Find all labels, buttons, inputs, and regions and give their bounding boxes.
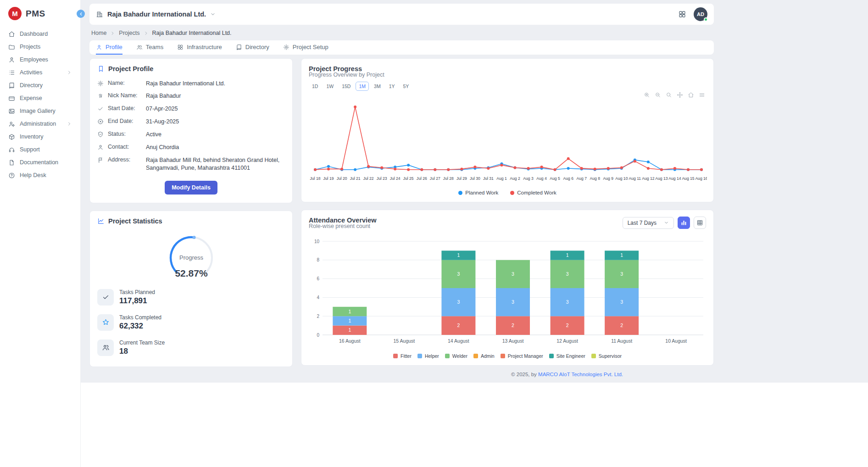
svg-text:Aug 5: Aug 5 <box>550 176 560 181</box>
box-icon <box>8 133 15 140</box>
field-value: Raja Bahadur Mill Rd, behind Sheraton Gr… <box>146 156 285 172</box>
legend-swatch <box>501 354 505 358</box>
range-1y[interactable]: 1Y <box>386 82 398 91</box>
pan-icon[interactable] <box>677 92 683 98</box>
search-icon[interactable] <box>666 92 672 98</box>
tab-label: Profile <box>106 44 122 50</box>
range-1w[interactable]: 1W <box>323 82 337 91</box>
stat-tasks-completed: Tasks Completed62,332 <box>97 310 285 335</box>
chart-view-button[interactable] <box>678 217 690 229</box>
logo-icon: M <box>8 7 22 20</box>
sidebar-item-image-gallery[interactable]: Image Gallery <box>0 105 80 117</box>
field-label: Contact: <box>108 144 142 150</box>
range-15d[interactable]: 15D <box>339 82 354 91</box>
user-icon <box>96 44 102 50</box>
legend-item-site-engineer[interactable]: Site Engineer <box>549 353 585 359</box>
sidebar-item-label: Image Gallery <box>20 108 56 114</box>
modify-details-button[interactable]: Modify Details <box>165 181 217 195</box>
sidebar-item-employees[interactable]: Employees <box>0 53 80 66</box>
xcircle-icon <box>97 118 104 125</box>
attendance-chart[interactable]: 024681016 August11115 August14 August233… <box>309 236 707 350</box>
tab-teams[interactable]: Teams <box>136 40 163 55</box>
legend-item-planned-work[interactable]: Planned Work <box>458 190 498 195</box>
bookmark-icon <box>97 65 105 72</box>
stat-text: Current Team Size18 <box>119 339 165 356</box>
users-icon <box>136 44 143 50</box>
legend-item-fitter[interactable]: Fitter <box>393 353 412 359</box>
sidebar-item-documentation[interactable]: Documentation <box>0 156 80 169</box>
svg-text:Aug 1: Aug 1 <box>496 176 507 181</box>
legend-item-supervisor[interactable]: Supervisor <box>591 353 622 359</box>
range-1m[interactable]: 1M <box>356 82 369 91</box>
sidebar-item-directory[interactable]: Directory <box>0 79 80 92</box>
breadcrumb-item-home[interactable]: Home <box>91 30 106 36</box>
project-progress-chart[interactable]: Jul 18Jul 19Jul 20Jul 21Jul 22Jul 23Jul … <box>309 99 707 186</box>
field-value: Anuj Chordia <box>146 144 179 151</box>
tab-label: Infrastructure <box>187 44 222 50</box>
sidebar-item-label: Expense <box>20 95 42 101</box>
tab-profile[interactable]: Profile <box>96 40 122 55</box>
sidebar-item-support[interactable]: Support <box>0 143 80 156</box>
legend-item-completed-work[interactable]: Completed Work <box>510 190 556 195</box>
tab-project-setup[interactable]: Project Setup <box>283 40 328 55</box>
breadcrumb-item-raja-bahadur-international-ltd[interactable]: Raja Bahadur International Ltd. <box>152 30 232 36</box>
sidebar-collapse-button[interactable] <box>77 10 85 18</box>
breadcrumb-item-projects[interactable]: Projects <box>119 30 139 36</box>
sidebar-item-expense[interactable]: Expense <box>0 92 80 105</box>
zoom-in-icon[interactable] <box>644 92 650 98</box>
svg-text:0: 0 <box>317 333 319 338</box>
company-selector[interactable]: Raja Bahadur International Ltd. <box>96 11 216 18</box>
attendance-controls: Last 7 Days <box>623 217 706 229</box>
field-value: 31-Aug-2025 <box>146 118 179 126</box>
profile-field-status: Status:Active <box>97 128 285 141</box>
card-title: Project Profile <box>108 65 153 72</box>
profile-field-address: Address:Raja Bahadur Mill Rd, behind She… <box>97 154 285 174</box>
app-logo[interactable]: M PMS <box>0 0 80 28</box>
folder-icon <box>8 44 15 50</box>
sidebar-item-inventory[interactable]: Inventory <box>0 130 80 143</box>
footer-link[interactable]: MARCO AIoT Technologies Pvt. Ltd. <box>538 372 623 377</box>
card-subtitle: Role-wise present count <box>309 223 376 229</box>
home-icon[interactable] <box>688 92 694 98</box>
svg-text:52.87%: 52.87% <box>175 268 208 278</box>
stat-value: 62,332 <box>119 322 161 331</box>
sidebar-item-projects[interactable]: Projects <box>0 40 80 53</box>
field-value: Raja Bahadur International Ltd. <box>146 80 225 88</box>
menu-icon[interactable] <box>699 92 705 98</box>
avatar[interactable]: AD <box>694 7 707 21</box>
table-view-button[interactable] <box>694 217 706 229</box>
legend-label: Planned Work <box>465 190 498 195</box>
svg-text:3: 3 <box>566 271 569 277</box>
tab-infrastructure[interactable]: Infrastructure <box>177 40 222 55</box>
svg-text:Aug 2: Aug 2 <box>510 176 520 181</box>
chev-right-icon <box>144 31 149 36</box>
project-statistics-card: Project Statistics Progress52.87% Tasks … <box>89 211 293 367</box>
range-1d[interactable]: 1D <box>309 82 321 91</box>
stat-text: Tasks Planned117,891 <box>119 289 155 306</box>
svg-text:16 August: 16 August <box>339 338 361 344</box>
profile-field-nick-name: Nick Name:Raja Bahadur <box>97 90 285 103</box>
svg-text:Jul 28: Jul 28 <box>443 176 454 181</box>
legend-item-helper[interactable]: Helper <box>417 353 439 359</box>
apps-grid-button[interactable] <box>678 10 686 18</box>
legend-item-project-manager[interactable]: Project Manager <box>501 353 543 359</box>
stat-icon-box <box>97 289 114 306</box>
grid-icon <box>678 10 686 18</box>
sidebar-item-dashboard[interactable]: Dashboard <box>0 28 80 40</box>
sidebar-item-administration[interactable]: Administration <box>0 117 80 130</box>
svg-text:3: 3 <box>566 299 569 305</box>
sidebar-item-help-desk[interactable]: Help Desk <box>0 169 80 182</box>
doc-icon <box>8 159 15 166</box>
legend-item-admin[interactable]: Admin <box>473 353 495 359</box>
date-range-select[interactable]: Last 7 Days <box>623 217 674 229</box>
range-5y[interactable]: 5Y <box>400 82 412 91</box>
zoom-out-icon[interactable] <box>655 92 661 98</box>
tab-directory[interactable]: Directory <box>236 40 269 55</box>
legend-item-welder[interactable]: Welder <box>445 353 467 359</box>
range-3m[interactable]: 3M <box>371 82 384 91</box>
svg-text:3: 3 <box>457 271 460 277</box>
sidebar-item-label: Documentation <box>20 159 58 166</box>
sidebar-item-label: Inventory <box>20 133 43 140</box>
svg-text:10 August: 10 August <box>665 338 687 344</box>
sidebar-item-activities[interactable]: Activities <box>0 66 80 79</box>
